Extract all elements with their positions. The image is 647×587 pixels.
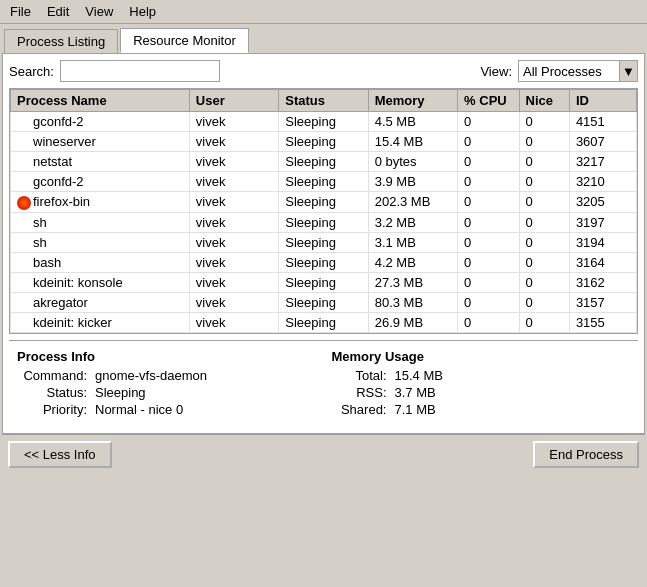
cell-cpu: 0 — [458, 132, 519, 152]
cell-status: Sleeping — [279, 132, 368, 152]
cell-status: Sleeping — [279, 212, 368, 232]
cell-status: Sleeping — [279, 172, 368, 192]
cell-memory: 3.9 MB — [368, 172, 457, 192]
main-content: Search: View: All Processes ▼ Process Na… — [2, 53, 645, 434]
search-label: Search: — [9, 64, 54, 79]
cell-memory: 3.1 MB — [368, 232, 457, 252]
view-select-dropdown[interactable]: All Processes ▼ — [518, 60, 638, 82]
table-row[interactable]: netstatvivekSleeping0 bytes003217 — [11, 152, 637, 172]
table-row[interactable]: wineservervivekSleeping15.4 MB003607 — [11, 132, 637, 152]
rss-label: RSS: — [332, 385, 387, 400]
cell-process-name: wineserver — [11, 132, 190, 152]
cell-user: vivek — [189, 252, 278, 272]
cell-id: 3197 — [569, 212, 636, 232]
cell-nice: 0 — [519, 192, 569, 213]
cell-memory: 27.3 MB — [368, 272, 457, 292]
table-row[interactable]: shvivekSleeping3.1 MB003194 — [11, 232, 637, 252]
cell-memory: 26.9 MB — [368, 312, 457, 332]
menubar: File Edit View Help — [0, 0, 647, 24]
cell-nice: 0 — [519, 132, 569, 152]
table-row[interactable]: akregatorvivekSleeping80.3 MB003157 — [11, 292, 637, 312]
table-row[interactable]: shvivekSleeping3.2 MB003197 — [11, 212, 637, 232]
col-header-user[interactable]: User — [189, 90, 278, 112]
col-header-name[interactable]: Process Name — [11, 90, 190, 112]
process-info-title: Process Info — [17, 349, 316, 364]
col-header-status[interactable]: Status — [279, 90, 368, 112]
priority-row: Priority: Normal - nice 0 — [17, 402, 316, 417]
priority-label: Priority: — [17, 402, 87, 417]
command-value: gnome-vfs-daemon — [95, 368, 207, 383]
cell-cpu: 0 — [458, 152, 519, 172]
cell-process-name: sh — [11, 232, 190, 252]
search-input[interactable] — [60, 60, 220, 82]
cell-nice: 0 — [519, 252, 569, 272]
cell-status: Sleeping — [279, 152, 368, 172]
status-value: Sleeping — [95, 385, 146, 400]
cell-id: 3205 — [569, 192, 636, 213]
table-row[interactable]: gconfd-2vivekSleeping3.9 MB003210 — [11, 172, 637, 192]
search-bar: Search: View: All Processes ▼ — [9, 60, 638, 82]
tab-process-listing[interactable]: Process Listing — [4, 29, 118, 53]
firefox-icon — [17, 196, 31, 210]
cell-memory: 15.4 MB — [368, 132, 457, 152]
cell-cpu: 0 — [458, 212, 519, 232]
cell-cpu: 0 — [458, 112, 519, 132]
cell-memory: 202.3 MB — [368, 192, 457, 213]
cell-process-name: kdeinit: konsole — [11, 272, 190, 292]
col-header-memory[interactable]: Memory — [368, 90, 457, 112]
cell-nice: 0 — [519, 292, 569, 312]
cell-status: Sleeping — [279, 112, 368, 132]
cell-id: 3164 — [569, 252, 636, 272]
command-row: Command: gnome-vfs-daemon — [17, 368, 316, 383]
tab-bar: Process Listing Resource Monitor — [0, 24, 647, 53]
end-process-button[interactable]: End Process — [533, 441, 639, 468]
cell-cpu: 0 — [458, 312, 519, 332]
cell-nice: 0 — [519, 172, 569, 192]
status-row: Status: Sleeping — [17, 385, 316, 400]
table-row[interactable]: bashvivekSleeping4.2 MB003164 — [11, 252, 637, 272]
info-section: Process Info Command: gnome-vfs-daemon S… — [9, 340, 638, 427]
shared-row: Shared: 7.1 MB — [332, 402, 631, 417]
col-header-id[interactable]: ID — [569, 90, 636, 112]
cell-user: vivek — [189, 312, 278, 332]
table-row[interactable]: firefox-binvivekSleeping202.3 MB003205 — [11, 192, 637, 213]
cell-process-name: akregator — [11, 292, 190, 312]
col-header-cpu[interactable]: % CPU — [458, 90, 519, 112]
tab-resource-monitor[interactable]: Resource Monitor — [120, 28, 249, 53]
view-select-arrow[interactable]: ▼ — [619, 61, 637, 81]
col-header-nice[interactable]: Nice — [519, 90, 569, 112]
total-label: Total: — [332, 368, 387, 383]
less-info-button[interactable]: << Less Info — [8, 441, 112, 468]
menu-edit[interactable]: Edit — [41, 2, 75, 21]
cell-status: Sleeping — [279, 312, 368, 332]
cell-id: 3162 — [569, 272, 636, 292]
bottom-bar: << Less Info End Process — [2, 434, 645, 472]
rss-row: RSS: 3.7 MB — [332, 385, 631, 400]
cell-memory: 0 bytes — [368, 152, 457, 172]
view-select-text: All Processes — [519, 63, 619, 80]
menu-file[interactable]: File — [4, 2, 37, 21]
table-row[interactable]: gconfd-2vivekSleeping4.5 MB004151 — [11, 112, 637, 132]
shared-value: 7.1 MB — [395, 402, 436, 417]
cell-process-name: sh — [11, 212, 190, 232]
cell-cpu: 0 — [458, 232, 519, 252]
process-info: Process Info Command: gnome-vfs-daemon S… — [9, 345, 324, 423]
cell-nice: 0 — [519, 232, 569, 252]
shared-label: Shared: — [332, 402, 387, 417]
menu-view[interactable]: View — [79, 2, 119, 21]
memory-usage: Memory Usage Total: 15.4 MB RSS: 3.7 MB … — [324, 345, 639, 423]
cell-process-name: firefox-bin — [11, 192, 190, 213]
cell-status: Sleeping — [279, 232, 368, 252]
table-row[interactable]: kdeinit: konsolevivekSleeping27.3 MB0031… — [11, 272, 637, 292]
cell-status: Sleeping — [279, 252, 368, 272]
cell-process-name: gconfd-2 — [11, 172, 190, 192]
cell-nice: 0 — [519, 312, 569, 332]
cell-cpu: 0 — [458, 292, 519, 312]
cell-user: vivek — [189, 272, 278, 292]
cell-cpu: 0 — [458, 272, 519, 292]
cell-id: 3607 — [569, 132, 636, 152]
status-label: Status: — [17, 385, 87, 400]
table-row[interactable]: kdeinit: kickervivekSleeping26.9 MB00315… — [11, 312, 637, 332]
menu-help[interactable]: Help — [123, 2, 162, 21]
cell-cpu: 0 — [458, 252, 519, 272]
